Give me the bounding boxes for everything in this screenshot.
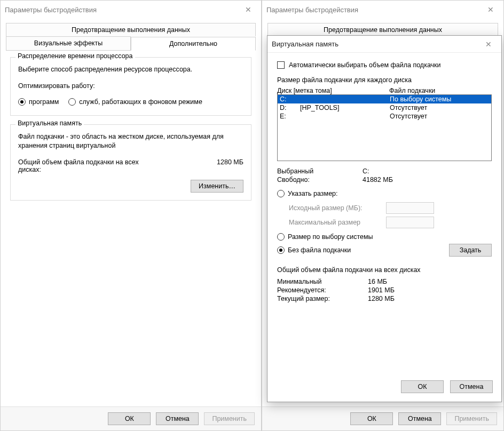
radio-icon — [277, 190, 285, 197]
rec-row: Рекомендуется: 1901 МБ — [277, 286, 492, 294]
drive-list[interactable]: C: По выбору системы D: [HP_TOOLS] Отсут… — [277, 94, 492, 161]
list-header: Диск [метка тома] Файл подкачки — [277, 87, 492, 94]
drive-label — [300, 113, 390, 120]
radio-label: служб, работающих в фоновом режиме — [79, 98, 202, 106]
list-item[interactable]: D: [HP_TOOLS] Отсутствует — [278, 103, 491, 112]
dialog-buttons: ОК Отмена Применить — [1, 406, 261, 430]
advanced-panel: Распределение времени процессора Выберит… — [6, 51, 256, 216]
perf-options-window-left: Параметры быстродействия ✕ Предотвращени… — [0, 0, 262, 431]
initial-size-label: Исходный размер (МБ): — [289, 204, 386, 212]
drive-pagefile: По выбору системы — [390, 95, 489, 103]
radio-system-managed[interactable]: Размер по выбору системы — [277, 233, 373, 241]
drive-label — [300, 95, 390, 103]
titlebar: Параметры быстродействия ✕ — [1, 1, 261, 19]
max-size-label: Максимальный размер — [289, 219, 386, 226]
radio-icon — [277, 246, 285, 254]
vm-total-value: 1280 МБ — [217, 158, 243, 173]
free-label: Свободно: — [277, 176, 363, 183]
cur-value: 1280 МБ — [368, 295, 395, 302]
dialog-title: Виртуальная память — [272, 40, 480, 48]
checkbox-icon — [277, 61, 285, 69]
max-size-input — [386, 217, 434, 228]
vm-total-label: Общий объем файла подкачки на всех диска… — [18, 158, 157, 173]
selected-value: C: — [363, 167, 369, 175]
cpu-radio-row: программ служб, работающих в фоновом реж… — [18, 96, 243, 108]
cancel-button[interactable]: Отмена — [450, 380, 493, 393]
dialog-buttons: ОК Отмена Применить — [262, 406, 503, 430]
radio-icon — [18, 98, 26, 106]
tab-advanced[interactable]: Дополнительно — [131, 37, 256, 51]
optimize-label: Оптимизировать работу: — [18, 82, 243, 90]
tab-visual-effects[interactable]: Визуальные эффекты — [6, 36, 131, 50]
group-legend: Виртуальная память — [15, 119, 84, 127]
free-value: 41882 МБ — [363, 176, 393, 183]
col-pagefile: Файл подкачки — [389, 87, 492, 94]
ok-button[interactable]: ОК — [350, 412, 393, 425]
virtual-memory-dialog: Виртуальная память ✕ Автоматически выбир… — [267, 35, 502, 402]
radio-custom-size[interactable]: Указать размер: — [277, 190, 338, 197]
selected-label: Выбранный — [277, 167, 363, 175]
cancel-button[interactable]: Отмена — [156, 412, 199, 425]
window-title: Параметры быстродействия — [266, 6, 482, 14]
change-button[interactable]: Изменить… — [191, 180, 243, 193]
close-icon[interactable]: ✕ — [482, 5, 499, 14]
tab-dep[interactable]: Предотвращение выполнения данных — [6, 23, 256, 36]
radio-label: программ — [29, 98, 59, 106]
ok-button[interactable]: ОК — [108, 412, 151, 425]
free-space-row: Свободно: 41882 МБ — [277, 176, 492, 183]
list-item[interactable]: E: Отсутствует — [278, 112, 491, 121]
cancel-button[interactable]: Отмена — [398, 412, 441, 425]
auto-manage-checkbox[interactable]: Автоматически выбирать объем файла подка… — [277, 61, 492, 69]
group-legend: Распределение времени процессора — [15, 52, 135, 60]
radio-label: Без файла подкачки — [288, 246, 351, 254]
group-processor-scheduling: Распределение времени процессора Выберит… — [10, 57, 251, 116]
radio-label: Размер по выбору системы — [288, 233, 373, 241]
radio-no-pagefile[interactable]: Без файла подкачки — [277, 246, 351, 254]
titlebar: Виртуальная память ✕ — [267, 36, 501, 53]
max-size-row: Максимальный размер — [289, 217, 492, 228]
apply-button: Применить — [204, 412, 255, 425]
window-title: Параметры быстродействия — [5, 6, 240, 14]
list-item[interactable]: C: По выбору системы — [278, 95, 491, 103]
titlebar: Параметры быстродействия ✕ — [262, 1, 503, 19]
dialog-body: Автоматически выбирать объем файла подка… — [267, 53, 501, 374]
selected-drive-row: Выбранный C: — [277, 167, 492, 175]
checkbox-label: Автоматически выбирать объем файла подка… — [289, 61, 441, 69]
vm-desc: Файл подкачки - это область на жестком д… — [18, 132, 243, 151]
radio-programs[interactable]: программ — [18, 98, 59, 106]
rec-label: Рекомендуется: — [277, 286, 368, 294]
rec-value: 1901 МБ — [368, 286, 395, 294]
totals-header: Общий объем файла подкачки на всех диска… — [277, 266, 492, 274]
totals: Минимальный 16 МБ Рекомендуется: 1901 МБ… — [277, 278, 492, 302]
vm-total-row: Общий объем файла подкачки на всех диска… — [18, 158, 243, 173]
min-value: 16 МБ — [368, 278, 387, 285]
radio-label: Указать размер: — [288, 190, 338, 197]
drive-pagefile: Отсутствует — [390, 113, 489, 120]
radio-icon — [277, 233, 285, 241]
drive-letter: C: — [280, 95, 300, 103]
drive-letter: D: — [280, 104, 300, 111]
ok-button[interactable]: ОК — [401, 380, 444, 393]
radio-background-services[interactable]: служб, работающих в фоновом режиме — [68, 98, 202, 106]
close-icon[interactable]: ✕ — [480, 40, 497, 49]
tabs: Предотвращение выполнения данных Визуаль… — [6, 23, 256, 51]
cpu-desc: Выберите способ распределения ресурсов п… — [18, 65, 243, 75]
min-label: Минимальный — [277, 278, 368, 285]
group-virtual-memory: Виртуальная память Файл подкачки - это о… — [10, 124, 251, 201]
initial-size-row: Исходный размер (МБ): — [289, 202, 492, 214]
set-button[interactable]: Задать — [449, 244, 492, 257]
per-drive-label: Размер файла подкачки для каждого диска — [277, 76, 492, 84]
close-icon[interactable]: ✕ — [240, 5, 257, 14]
drive-pagefile: Отсутствует — [390, 104, 489, 111]
min-row: Минимальный 16 МБ — [277, 278, 492, 285]
radio-icon — [68, 98, 76, 106]
apply-button: Применить — [446, 412, 497, 425]
initial-size-input — [386, 202, 434, 214]
cur-label: Текущий размер: — [277, 295, 368, 302]
tab-dep[interactable]: Предотвращение выполнения данных — [267, 23, 498, 36]
no-pagefile-row: Без файла подкачки Задать — [277, 244, 492, 257]
cur-row: Текущий размер: 1280 МБ — [277, 295, 492, 302]
drive-label: [HP_TOOLS] — [300, 104, 390, 111]
size-options: Указать размер: Исходный размер (МБ): Ма… — [277, 188, 492, 257]
body: Предотвращение выполнения данных Визуаль… — [1, 19, 261, 406]
